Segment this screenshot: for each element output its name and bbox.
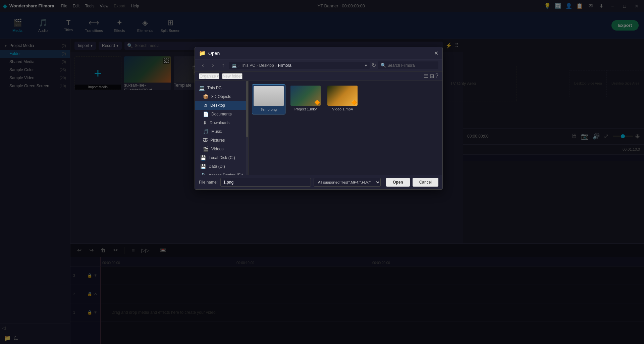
view-icons: ☰ ⊞ ? [424,73,438,79]
dialog-cancel-button[interactable]: Cancel [413,178,438,187]
downloads-icon: ⬇ [203,120,207,126]
local-disk-label: Local Disk (C:) [209,155,235,160]
new-folder-button[interactable]: New folder [222,73,243,79]
dialog-open-button[interactable]: Open [386,178,410,187]
project-mkv-label: Project 1.mkv [294,107,317,111]
dialog-sidebar-pictures[interactable]: 🖼 Pictures [195,136,248,145]
view-grid-icon[interactable]: ⊞ [430,73,434,79]
dialog-footer: File name: All supported files(*.MP4;*.F… [195,175,442,189]
dialog-nav: ‹ › ↑ 💻 › This PC › Desktop › Filmora ▾ … [195,59,442,71]
breadcrumb-filmora[interactable]: Filmora [278,63,291,68]
breadcrumb-sep-2: › [257,63,258,68]
this-pc-icon: 💻 [199,85,205,91]
dialog-sidebar-3d-objects[interactable]: 📦 3D Objects [195,92,248,101]
3d-objects-icon: 📦 [203,94,209,99]
breadcrumb-sep-1: › [238,63,239,68]
filename-input[interactable] [220,178,311,187]
dialog-sidebar: 💻 This PC 📦 3D Objects 🖥 Desktop 📄 Docum… [195,81,249,175]
desktop-icon: 🖥 [203,103,208,108]
dialog-sidebar-desktop[interactable]: 🖥 Desktop [195,101,248,110]
organize-button[interactable]: Organize ▾ [199,73,219,79]
breadcrumb-desktop[interactable]: Desktop [259,63,274,68]
dialog-sidebar-access-denied[interactable]: 🔒 Access Denied (E:) [195,171,248,175]
dialog-sidebar-music[interactable]: 🎵 Music [195,127,248,136]
view-help-icon[interactable]: ? [435,73,438,79]
breadcrumb-sep-3: › [275,63,277,68]
dialog-close-button[interactable]: ✕ [434,50,438,56]
desktop-label: Desktop [210,103,225,108]
dialog-title-icon: 📁 [199,50,206,56]
documents-label: Documents [211,112,232,116]
breadcrumb-dropdown-icon[interactable]: ▾ [365,63,367,68]
music-icon: 🎵 [203,129,209,134]
file-open-dialog: 📁 Open ✕ ‹ › ↑ 💻 › This PC › Desktop › F… [195,47,443,190]
dialog-sidebar-local-disk[interactable]: 💾 Local Disk (C:) [195,153,248,162]
temp-png-label: Temp.png [261,107,277,111]
temp-png-thumbnail [254,86,284,106]
sidebar-scroll-thumb [246,81,248,137]
vlc-icon-mkv: 🔶 [314,100,320,105]
filename-label: File name: [199,180,218,185]
dialog-sidebar-downloads[interactable]: ⬇ Downloads [195,118,248,127]
dialog-title-text: Open [208,51,434,56]
downloads-label: Downloads [210,120,229,125]
dialog-body: 💻 This PC 📦 3D Objects 🖥 Desktop 📄 Docum… [195,81,442,175]
file-thumb-video-mp4[interactable]: 🔶 Video 1.mp4 [326,84,359,114]
pictures-label: Pictures [210,138,225,143]
file-thumb-project-mkv[interactable]: 🔶 Project 1.mkv [289,84,322,114]
videos-label: Videos [211,147,223,151]
data-d-icon: 💾 [200,164,206,169]
nav-up-icon[interactable]: ↑ [219,62,227,68]
dialog-sidebar-data-d[interactable]: 💾 Data (D:) [195,162,248,171]
dialog-footer-buttons: Open Cancel [386,178,438,187]
organize-label: Organize [200,74,216,79]
this-pc-label: This PC [207,86,222,90]
filetype-dropdown-wrapper: All supported files(*.MP4;*.FLV;* [314,178,381,187]
video-mp4-label: Video 1.mp4 [332,107,353,111]
nav-back-icon[interactable]: ‹ [199,62,207,68]
dialog-sidebar-this-pc[interactable]: 💻 This PC [195,84,248,92]
data-d-label: Data (D:) [209,164,225,169]
nav-forward-icon[interactable]: › [209,62,217,68]
dialog-sidebar-videos[interactable]: 🎬 Videos [195,145,248,153]
file-thumb-temp-png[interactable]: Temp.png [252,84,285,114]
filename-field-wrapper [220,178,311,187]
dialog-file-content: Temp.png 🔶 Project 1.mkv 🔶 Vid [249,81,442,175]
access-denied-icon: 🔒 [200,173,206,175]
pictures-icon: 🖼 [203,138,208,143]
dialog-sidebar-documents[interactable]: 📄 Documents [195,110,248,118]
local-disk-icon: 💾 [200,155,206,160]
dialog-overlay: 📁 Open ✕ ‹ › ↑ 💻 › This PC › Desktop › F… [0,0,644,344]
organize-dropdown-icon: ▾ [217,74,219,79]
sidebar-scrollbar[interactable] [246,81,248,175]
breadcrumb-pc[interactable]: 💻 [232,63,237,68]
nav-search-box: 🔍 [378,61,438,69]
video-mp4-thumbnail: 🔶 [327,86,358,106]
vlc-icon-mp4: 🔶 [351,100,357,105]
breadcrumb-thispc[interactable]: This PC [241,63,255,68]
3d-objects-label: 3D Objects [211,94,231,99]
dialog-titlebar: 📁 Open ✕ [195,47,442,59]
filetype-select[interactable]: All supported files(*.MP4;*.FLV;* [314,178,381,187]
nav-refresh-icon[interactable]: ↻ [372,62,376,68]
nav-search-input[interactable] [387,63,436,68]
view-details-icon[interactable]: ☰ [424,73,428,79]
dialog-organize-bar: Organize ▾ New folder ☰ ⊞ ? [195,71,442,81]
documents-icon: 📄 [203,111,209,117]
nav-search-icon: 🔍 [381,63,386,68]
access-denied-label: Access Denied (E:) [209,173,243,175]
project-mkv-thumbnail: 🔶 [290,86,321,106]
videos-icon: 🎬 [203,146,209,152]
music-label: Music [211,129,222,134]
nav-breadcrumb: 💻 › This PC › Desktop › Filmora ▾ [229,62,370,69]
temp-png-preview [254,86,284,106]
